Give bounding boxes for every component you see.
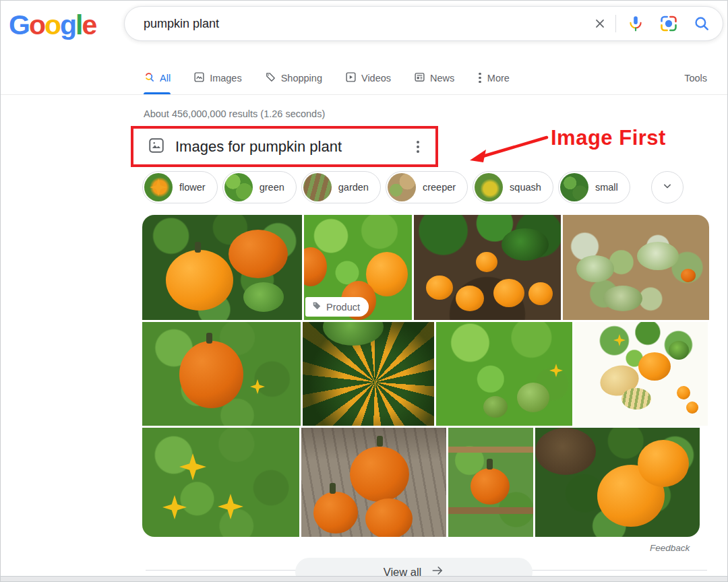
image-grid-row-3 <box>142 428 700 537</box>
tab-label: All <box>160 73 171 84</box>
google-search-page: Google <box>0 0 728 582</box>
logo-letter: l <box>75 9 82 41</box>
logo-letter: o <box>44 9 60 41</box>
tab-label: More <box>487 73 510 84</box>
logo-letter: e <box>82 9 96 41</box>
image-result[interactable] <box>563 215 709 320</box>
chip-label: flower <box>179 182 206 193</box>
chip-squash[interactable]: squash <box>473 171 553 203</box>
logo-letter: o <box>29 9 44 41</box>
chip-label: squash <box>510 182 541 193</box>
chip-label: garden <box>338 182 369 193</box>
lens-camera-icon[interactable] <box>659 14 678 33</box>
all-search-icon <box>144 71 155 85</box>
image-result[interactable] <box>448 428 533 537</box>
image-result[interactable] <box>414 215 561 320</box>
images-icon <box>193 71 205 85</box>
annotation-arrow-icon <box>464 133 555 168</box>
chip-thumbnail <box>144 173 173 201</box>
tab-images[interactable]: Images <box>193 61 242 94</box>
chip-thumbnail <box>303 173 332 201</box>
image-result[interactable] <box>142 322 301 426</box>
tab-videos[interactable]: Videos <box>345 61 391 94</box>
news-icon <box>414 71 425 85</box>
chip-label: green <box>260 182 284 193</box>
chip-flower[interactable]: flower <box>142 171 218 203</box>
results-stats: About 456,000,000 results (1.26 seconds) <box>144 108 325 119</box>
tools-button[interactable]: Tools <box>684 73 707 84</box>
search-bar[interactable] <box>124 6 723 41</box>
logo-letter: G <box>9 9 29 41</box>
kebab-menu-icon[interactable] <box>414 138 422 156</box>
feedback-link[interactable]: Feedback <box>650 543 690 553</box>
image-result[interactable] <box>535 428 700 537</box>
chevron-down-icon <box>661 179 674 195</box>
voice-search-icon[interactable] <box>627 15 644 32</box>
related-filter-chips: flower green garden creeper squash small <box>142 171 684 203</box>
tab-label: News <box>430 73 454 84</box>
image-result[interactable] <box>142 215 302 320</box>
shopping-tag-icon <box>265 71 276 85</box>
tab-more[interactable]: More <box>477 61 510 94</box>
google-logo[interactable]: Google <box>9 9 96 41</box>
image-result[interactable]: Product <box>304 215 412 320</box>
tab-shopping[interactable]: Shopping <box>265 61 322 94</box>
annotation-red-box: Images for pumpkin plant <box>131 126 438 167</box>
image-result[interactable] <box>574 322 708 426</box>
search-icon[interactable] <box>693 15 710 32</box>
annotation-text: Image First <box>551 126 666 150</box>
tab-all[interactable]: All <box>144 61 171 94</box>
search-bar-divider <box>615 15 616 32</box>
image-grid-row-2 <box>142 322 708 426</box>
product-badge: Product <box>305 297 369 317</box>
videos-icon <box>345 71 357 85</box>
image-result[interactable] <box>303 322 434 426</box>
image-pack-icon <box>148 137 165 157</box>
chip-thumbnail <box>475 173 503 201</box>
expand-chips-button[interactable] <box>651 171 684 203</box>
chip-green[interactable]: green <box>222 171 297 203</box>
image-grid-row-1: Product <box>142 215 709 320</box>
image-result[interactable] <box>301 428 446 537</box>
window-bottom-edge <box>1 576 727 581</box>
tab-label: Shopping <box>281 73 322 84</box>
logo-letter: g <box>60 9 75 41</box>
chip-label: creeper <box>423 182 456 193</box>
more-dots-icon <box>477 73 483 84</box>
image-pack-title[interactable]: Images for pumpkin plant <box>175 138 342 156</box>
chip-garden[interactable]: garden <box>301 171 381 203</box>
image-result[interactable] <box>436 322 572 426</box>
clear-icon[interactable] <box>593 16 607 31</box>
search-input[interactable] <box>144 17 593 31</box>
product-tag-icon <box>312 301 322 313</box>
chip-creeper[interactable]: creeper <box>386 171 468 203</box>
chip-label: small <box>595 182 618 193</box>
tab-news[interactable]: News <box>414 61 454 94</box>
results-tabs: All Images Shopping <box>1 61 727 95</box>
tab-label: Images <box>210 73 242 84</box>
chip-small[interactable]: small <box>558 171 630 203</box>
chip-thumbnail <box>388 173 416 201</box>
product-badge-label: Product <box>326 302 360 313</box>
chip-thumbnail <box>560 173 588 201</box>
image-result[interactable] <box>142 428 299 537</box>
tab-label: Videos <box>361 73 391 84</box>
chip-thumbnail <box>224 173 253 201</box>
